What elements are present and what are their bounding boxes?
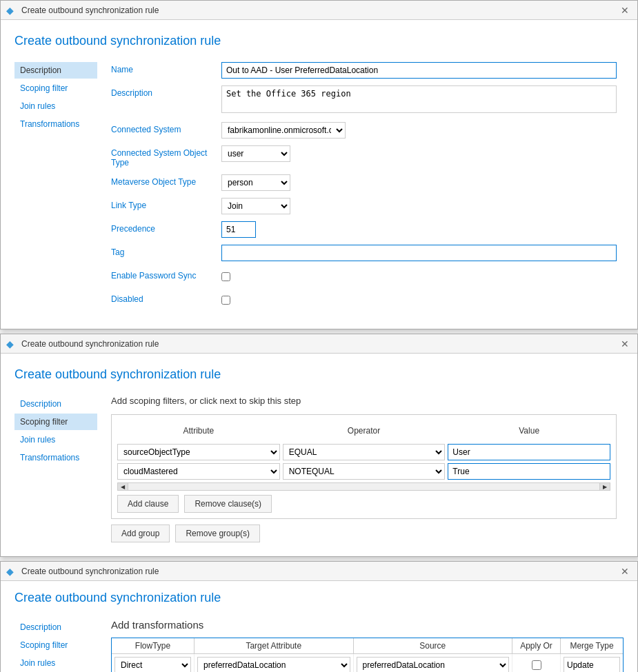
filter-input-val-2[interactable] (448, 463, 610, 480)
filter-select-op-2[interactable]: NOTEQUAL (283, 463, 446, 480)
transform-header-source: Source (354, 638, 513, 653)
form-row-disabled: Disabled (111, 292, 617, 308)
label-metaverse-type: Metaverse Object Type (111, 174, 221, 187)
transform-cell-source: preferredDataLocation (354, 654, 513, 672)
scrollbar-track[interactable] (128, 482, 599, 491)
sidebar-item-description-1[interactable]: Description (14, 62, 97, 79)
sidebar-item-transform-1[interactable]: Transformations (14, 116, 97, 132)
filter-cell-val-2 (448, 463, 610, 480)
dialog-heading-1: Create outbound synchronization rule (14, 34, 617, 48)
dialog-window-1: ◆ Create outbound synchronization rule ✕… (0, 0, 638, 329)
control-disabled (221, 292, 617, 308)
control-description (221, 85, 617, 115)
select-link-type[interactable]: Join (221, 198, 290, 214)
control-precedence (221, 221, 617, 238)
filter-cell-attr-1: sourceObjectType (117, 444, 280, 460)
input-tag[interactable] (221, 245, 617, 261)
sidebar-item-description-3[interactable]: Description (14, 619, 97, 635)
sidebar-2: Description Scoping filter Join rules Tr… (14, 396, 97, 542)
label-connected-system: Connected System (111, 122, 221, 134)
select-target-attribute[interactable]: preferredDataLocation (197, 657, 350, 672)
sidebar-item-join-3[interactable]: Join rules (14, 655, 97, 671)
filter-select-op-1[interactable]: EQUAL (283, 444, 446, 460)
control-object-type: user (221, 145, 617, 162)
transform-header-flowtype: FlowType (112, 638, 195, 653)
select-metaverse-type[interactable]: person (221, 174, 290, 191)
label-link-type: Link Type (111, 198, 221, 210)
close-button-2[interactable]: ✕ (618, 337, 632, 351)
input-name[interactable] (221, 62, 617, 79)
label-tag: Tag (111, 245, 221, 257)
filter-input-val-1[interactable] (448, 444, 610, 460)
select-connected-system[interactable]: fabrikamonline.onmicrosoft.com (221, 122, 346, 139)
sidebar-item-scoping-3[interactable]: Scoping filter (14, 637, 97, 653)
select-flowtype[interactable]: Direct (114, 657, 191, 672)
select-source[interactable]: preferredDataLocation (357, 657, 510, 672)
textarea-description[interactable] (221, 85, 617, 113)
dialog-content-3: Create outbound synchronization rule Des… (1, 581, 637, 672)
dialog-body-1: Description Scoping filter Join rules Tr… (14, 62, 617, 315)
sidebar-item-scoping-1[interactable]: Scoping filter (14, 80, 97, 96)
close-button-3[interactable]: ✕ (618, 564, 632, 578)
form-row-metaverse-type: Metaverse Object Type person (111, 174, 617, 191)
scrollbar-left-arrow[interactable]: ◀ (117, 482, 128, 491)
dialog-icon-2: ◆ (6, 338, 17, 349)
dialog-icon-3: ◆ (6, 566, 17, 577)
control-enable-password (221, 268, 617, 285)
checkbox-disabled[interactable] (221, 296, 230, 305)
scrollbar-right-arrow[interactable]: ▶ (599, 482, 610, 491)
dialog-heading-3: Create outbound synchronization rule (14, 591, 624, 605)
form-area-3: Add transformations FlowType Target Attr… (111, 619, 624, 672)
scoping-info: Add scoping filters, or click next to sk… (111, 396, 617, 406)
checkbox-enable-password[interactable] (221, 272, 230, 281)
transform-header-target: Target Attribute (195, 638, 354, 653)
input-precedence[interactable] (221, 221, 256, 238)
filter-cell-op-2: NOTEQUAL (283, 463, 446, 480)
filter-select-attr-1[interactable]: sourceObjectType (117, 444, 280, 460)
close-button-1[interactable]: ✕ (618, 3, 632, 17)
label-precedence: Precedence (111, 221, 221, 234)
filter-scrollbar-row: ◀ ▶ (117, 482, 610, 491)
dialog-body-2: Description Scoping filter Join rules Tr… (14, 396, 617, 542)
transform-cell-apply (512, 654, 561, 672)
filter-row-2: cloudMastered NOTEQUAL (117, 463, 610, 480)
dialog-window-3: ◆ Create outbound synchronization rule ✕… (0, 561, 638, 672)
sidebar-1: Description Scoping filter Join rules Tr… (14, 62, 97, 315)
btn-add-clause[interactable]: Add clause (117, 495, 179, 513)
btn-add-group[interactable]: Add group (111, 525, 170, 542)
form-row-description: Description (111, 85, 617, 115)
form-row-precedence: Precedence (111, 221, 617, 238)
form-area-2: Add scoping filters, or click next to sk… (111, 396, 617, 542)
filter-header-operator: Operator (283, 423, 446, 438)
form-row-connected-system: Connected System fabrikamonline.onmicros… (111, 122, 617, 139)
select-object-type[interactable]: user (221, 145, 290, 162)
checkbox-disabled-wrap (221, 292, 617, 308)
filter-cell-val-1 (448, 444, 610, 460)
input-merge-type[interactable] (564, 657, 620, 672)
form-row-enable-password: Enable Password Sync (111, 268, 617, 285)
btn-remove-group[interactable]: Remove group(s) (175, 525, 260, 542)
label-name: Name (111, 62, 221, 74)
dialog-window-2: ◆ Create outbound synchronization rule ✕… (0, 334, 638, 557)
sidebar-item-description-2[interactable]: Description (14, 396, 97, 412)
sidebar-item-join-1[interactable]: Join rules (14, 98, 97, 114)
control-connected-system: fabrikamonline.onmicrosoft.com (221, 122, 617, 139)
control-name (221, 62, 617, 79)
sidebar-item-transform-2[interactable]: Transformations (14, 449, 97, 466)
control-link-type: Join (221, 198, 617, 214)
label-enable-password: Enable Password Sync (111, 268, 221, 281)
filter-header-attribute: Attribute (117, 423, 280, 438)
filter-header-value: Value (448, 423, 610, 438)
label-object-type: Connected System Object Type (111, 145, 221, 167)
sidebar-item-join-2[interactable]: Join rules (14, 431, 97, 448)
checkbox-apply-once[interactable] (532, 660, 541, 670)
btn-remove-clause[interactable]: Remove clause(s) (184, 495, 272, 513)
checkbox-enable-password-wrap (221, 268, 617, 285)
form-row-link-type: Link Type Join (111, 198, 617, 214)
filter-select-attr-2[interactable]: cloudMastered (117, 463, 280, 480)
transform-cell-flowtype: Direct (112, 654, 195, 672)
dialog-body-3: Description Scoping filter Join rules Tr… (14, 619, 624, 672)
transform-header-merge: Merge Type (561, 638, 623, 653)
sidebar-item-scoping-2[interactable]: Scoping filter (14, 414, 97, 430)
titlebar-1: ◆ Create outbound synchronization rule ✕ (1, 1, 637, 20)
